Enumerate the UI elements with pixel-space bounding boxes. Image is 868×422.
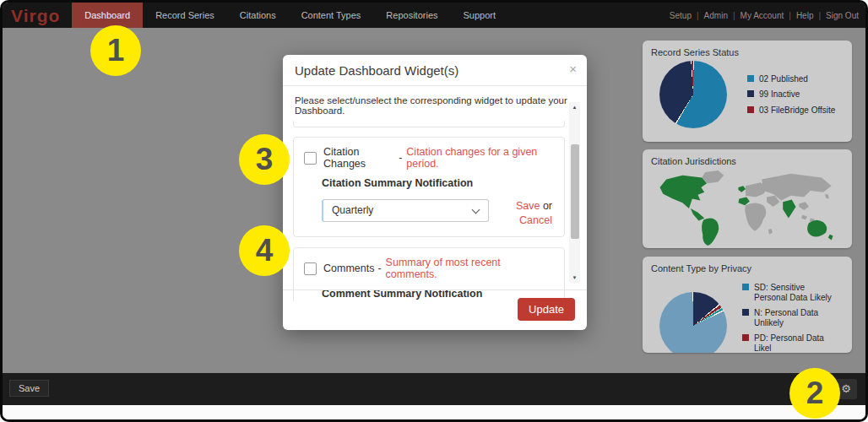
nav-menu: Dashboard Record Series Citations Conten… [72,3,508,28]
legend-label: 03 FileBridge Offsite [759,106,835,116]
panel-citation-jurisdictions: Citation Jurisdictions [643,149,852,248]
close-icon[interactable]: × [569,62,577,76]
widget-name: Citation Changes [323,146,395,170]
annotation-badge-4: 4 [239,225,290,276]
nav-item-repositories[interactable]: Repositories [373,3,450,28]
bottom-toolbar: Save ⚙ [3,373,865,405]
nav-item-label: Repositories [386,10,437,20]
nav-item-dashboard[interactable]: Dashboard [72,3,143,28]
top-navbar: Virgo Dashboard Record Series Citations … [3,3,865,28]
scroll-down-icon[interactable]: ▼ [569,275,580,280]
link-sign-out[interactable]: Sign Out [826,11,859,20]
legend-item: 02 Published [747,74,835,84]
modal-footer: Update [283,289,587,330]
legend-label: PD: Personal Data Likel [754,333,835,353]
nav-item-label: Dashboard [84,10,130,20]
annotation-badge-3: 3 [239,134,290,185]
link-separator: | [818,11,821,20]
nav-item-citations[interactable]: Citations [227,3,289,28]
selected-option: Quarterly [332,204,373,216]
widget-scroll-area: Citation Changes - Citation changes for … [293,121,565,301]
legend-item: SD: Sensitive Personal Data Likely [742,283,835,302]
content-type-privacy-pie-chart [659,292,727,353]
app-window: Virgo Dashboard Record Series Citations … [0,0,868,422]
link-separator: | [697,11,699,20]
panel-title: Record Series Status [651,47,844,57]
widget-description: Citation changes for a given period. [406,146,554,170]
world-map-chart [651,170,844,247]
pie-legend: SD: Sensitive Personal Data Likely N: Pe… [742,277,835,353]
legend-item: PD: Personal Data Likel [742,333,835,353]
partial-widget-card-top [293,121,565,127]
pie-legend: 02 Published 99 Inactive 03 FileBridge O… [747,68,835,122]
legend-swatch-n [742,309,749,316]
citation-changes-checkbox[interactable] [304,152,317,165]
dash: - [377,262,381,274]
modal-scrollbar[interactable]: ▲ ▼ [569,102,580,283]
modal-intro-text: Please select/unselect the corresponding… [283,86,587,121]
nav-item-support[interactable]: Support [451,3,509,28]
modal-header: Update Dashboard Widget(s) × [283,55,587,86]
legend-swatch-inactive [747,90,754,97]
cancel-link[interactable]: Cancel [519,214,552,226]
panel-title: Content Type by Privacy [651,263,844,273]
save-button[interactable]: Save [9,380,49,397]
link-separator: | [733,11,735,20]
legend-label: 02 Published [759,74,808,84]
scroll-up-icon[interactable]: ▲ [569,105,580,110]
link-setup[interactable]: Setup [670,11,692,20]
nav-item-label: Support [464,10,496,20]
panel-content-type-by-privacy: Content Type by Privacy SD: Sensitive Pe… [643,257,852,353]
legend-swatch-published [747,75,754,82]
annotation-badge-1: 1 [90,25,141,76]
legend-label: N: Personal Data Unlikely [754,308,835,327]
chevron-down-icon [472,206,480,214]
nav-item-record-series[interactable]: Record Series [143,3,227,28]
legend-swatch-filebridge [747,106,754,113]
nav-item-label: Record Series [155,10,214,20]
panel-title: Citation Jurisdictions [651,156,844,166]
nav-item-label: Citations [240,10,276,20]
record-series-status-pie-chart [659,61,727,128]
dash: - [399,152,402,164]
update-button[interactable]: Update [518,298,575,321]
scrollbar-thumb[interactable] [571,144,579,239]
notification-label: Citation Summary Notification [322,177,554,189]
widget-name: Comments [323,262,374,274]
update-dashboard-widgets-modal: Update Dashboard Widget(s) × Please sele… [283,55,587,330]
modal-title: Update Dashboard Widget(s) [295,63,458,78]
widget-description: Summary of most recent comments. [386,257,554,280]
legend-label: 99 Inactive [759,89,800,100]
or-text: or [543,200,552,212]
link-help[interactable]: Help [796,11,814,20]
brand-logo: Virgo [3,4,72,26]
link-admin[interactable]: Admin [704,11,728,20]
save-link[interactable]: Save [516,200,540,212]
link-my-account[interactable]: My Account [741,11,784,20]
annotation-badge-2: 2 [789,368,840,419]
utility-links: Setup | Admin | My Account | Help | Sign… [670,3,859,28]
nav-item-content-types[interactable]: Content Types [289,3,374,28]
bottom-strip [3,405,865,419]
widget-card-citation-changes: Citation Changes - Citation changes for … [293,137,565,237]
nav-item-label: Content Types [301,10,361,20]
panel-record-series-status: Record Series Status 02 Published 99 Ina… [643,41,852,142]
link-separator: | [789,11,791,20]
comments-checkbox[interactable] [304,262,317,275]
citation-notification-select[interactable]: Quarterly [322,199,489,222]
legend-item: 99 Inactive [747,89,835,100]
legend-label: SD: Sensitive Personal Data Likely [754,283,835,302]
legend-item: N: Personal Data Unlikely [742,308,835,327]
legend-item: 03 FileBridge Offsite [747,106,835,116]
legend-swatch-sd [742,284,749,290]
legend-swatch-pd [742,334,749,341]
